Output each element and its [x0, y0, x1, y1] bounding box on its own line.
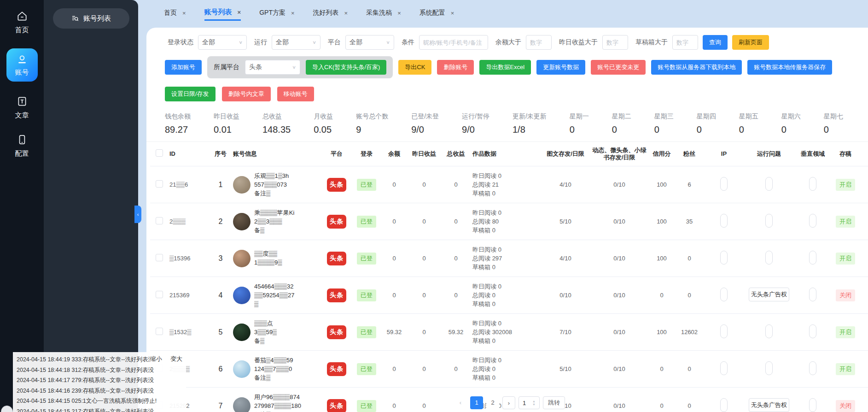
prev-page-button[interactable]: ‹	[454, 396, 467, 409]
tab[interactable]: 洗好列表 ×	[313, 6, 348, 20]
sidebar-item-article[interactable]: 文章	[15, 95, 29, 120]
move-account-button[interactable]: 移动账号	[277, 87, 314, 101]
jump-button[interactable]: 跳转	[543, 396, 565, 409]
ip-box[interactable]	[720, 251, 728, 265]
refresh-page-button[interactable]: 刷新页面	[732, 35, 769, 50]
jump-page-input[interactable]	[519, 400, 532, 406]
balance-cell: 0	[380, 277, 408, 314]
row-checkbox[interactable]	[156, 217, 163, 224]
tab[interactable]: 首页 ×	[164, 6, 186, 20]
log-zoom-out-button[interactable]: 缩小	[150, 354, 162, 365]
works-line2-label: 总阅读	[472, 218, 490, 225]
download-to-local-button[interactable]: 账号数据从服务器下载到本地	[651, 60, 742, 75]
ip-box[interactable]	[720, 177, 728, 191]
changed-not-updated-button[interactable]: 账号已更变未更	[591, 60, 646, 75]
page-button-2[interactable]: 2	[486, 396, 499, 409]
platform-select[interactable]: 全部 ∨	[345, 35, 394, 50]
import-ck-button[interactable]: 导入CK(暂支持头条/百家)	[306, 60, 386, 75]
run-issue-box[interactable]	[765, 251, 773, 265]
tab[interactable]: 账号列表 ×	[204, 5, 241, 21]
works-line2-label: 总阅读	[472, 365, 490, 372]
tab-close-icon[interactable]: ×	[291, 10, 295, 17]
tab[interactable]: 系统配置 ×	[419, 6, 454, 20]
balance-gt-input[interactable]	[526, 35, 552, 50]
login-status-badge: 已登	[357, 289, 376, 301]
row-checkbox[interactable]	[156, 328, 163, 335]
sidebar-item-config[interactable]: 配置	[15, 134, 29, 158]
domain-box[interactable]	[809, 288, 816, 301]
sidebar-item-account[interactable]: 账号	[6, 48, 38, 82]
export-excel-button[interactable]: 导出数据Excel	[479, 60, 531, 75]
stat-value: 0	[739, 124, 758, 135]
works-line3-label: 草稿箱	[472, 264, 490, 271]
total-income-cell: 0	[440, 240, 472, 277]
content-card: 登录状态 全部 ∨ 运行 全部 ∨ 平台 全部 ∨ 条件 余额大于 昨日收益大于…	[146, 28, 868, 412]
tab-close-icon[interactable]: ×	[182, 10, 186, 17]
domain-box[interactable]	[809, 177, 816, 191]
ip-box[interactable]	[720, 214, 728, 228]
tab[interactable]: GPT方案 ×	[259, 6, 294, 20]
domain-box[interactable]	[809, 214, 816, 228]
log-zoom-in-button[interactable]: 变大	[170, 354, 182, 365]
account-number: 3▒▒59▒	[254, 328, 277, 336]
tab-close-icon[interactable]: ×	[451, 10, 454, 17]
tab-close-icon[interactable]: ×	[344, 10, 348, 17]
run-issue-box[interactable]	[765, 324, 773, 338]
run-issue-box[interactable]: 无头条广告权	[749, 398, 789, 412]
domain-box[interactable]	[809, 324, 816, 338]
delete-account-button[interactable]: 删除账号	[437, 60, 474, 75]
works-line2-label: 总阅读	[472, 292, 490, 299]
delete-articles-button[interactable]: 删除号内文章	[222, 87, 271, 101]
add-account-button[interactable]: 添加账号	[165, 60, 202, 75]
page-button-1[interactable]: 1	[470, 396, 483, 409]
stat-value: 0	[781, 124, 801, 135]
domain-box[interactable]	[809, 361, 816, 375]
query-button[interactable]: 查询	[703, 35, 728, 50]
ip-box[interactable]	[720, 398, 728, 412]
condition-label: 条件	[402, 38, 414, 47]
tuwen-limit-cell: 0/10	[540, 277, 591, 314]
stat-item: 账号总个数 9	[356, 112, 388, 135]
run-issue-box[interactable]	[765, 177, 773, 191]
ip-box[interactable]	[720, 361, 728, 375]
tab-close-icon[interactable]: ×	[238, 9, 241, 16]
account-info: 用户96▒▒▒▒874 279987▒▒▒▒180 备注▒	[233, 393, 320, 412]
draft-gt-input[interactable]	[672, 35, 698, 50]
run-issue-box[interactable]: 无头条广告权	[749, 288, 789, 301]
total-income-cell: 59.32	[440, 314, 472, 351]
condition-input[interactable]	[419, 35, 488, 50]
run-select[interactable]: 全部 ∨	[272, 35, 320, 50]
run-issue-box[interactable]	[765, 214, 773, 228]
platform-group-select[interactable]: 头条 ∨	[245, 60, 300, 75]
select-all-checkbox[interactable]	[156, 149, 163, 157]
yesterday-gt-label: 昨日收益大于	[559, 38, 598, 47]
row-checkbox[interactable]	[156, 254, 163, 261]
table-row: 21▒▒6 1 乐观▒▒1▒3h 557▒▒▒073 备注▒ 头条 已登 0	[150, 166, 868, 203]
stepper-arrows[interactable]: ▲▼	[532, 400, 536, 406]
update-account-data-button[interactable]: 更新账号数据	[536, 60, 585, 75]
step-up-icon[interactable]: ▲	[532, 400, 536, 403]
login-status-select[interactable]: 全部 ∨	[198, 35, 247, 50]
tab-close-icon[interactable]: ×	[397, 10, 401, 17]
account-nickname: 乘▒▒▒▒苹果Ki	[254, 209, 294, 217]
tab[interactable]: 采集洗稿 ×	[366, 6, 401, 20]
dongtai-limit-cell: 0/10	[591, 203, 647, 240]
export-ck-button[interactable]: 导出CK	[398, 60, 431, 75]
set-limit-button[interactable]: 设置日限/存发	[165, 87, 216, 101]
ip-box[interactable]	[720, 324, 728, 338]
panel-search[interactable]: 账号列表	[53, 8, 129, 29]
sidebar-collapse-handle[interactable]: ‹	[134, 206, 141, 223]
run-issue-box[interactable]	[765, 361, 773, 375]
header-dongtai: 动态、微头条、小绿书存发/日限	[591, 142, 647, 166]
ip-box[interactable]	[720, 288, 728, 301]
upload-to-server-button[interactable]: 账号数据本地传服务器保存	[747, 60, 832, 75]
yesterday-gt-input[interactable]	[602, 35, 628, 50]
domain-box[interactable]	[809, 398, 816, 412]
row-checkbox[interactable]	[156, 180, 163, 188]
step-down-icon[interactable]: ▼	[532, 403, 536, 406]
row-checkbox[interactable]	[156, 291, 163, 298]
domain-box[interactable]	[809, 251, 816, 265]
works-data-cell: 昨日阅读 0 总阅读 302008 草稿箱 0	[472, 314, 540, 351]
next-page-button[interactable]: ›	[502, 396, 515, 409]
sidebar-item-home[interactable]: 首页	[15, 10, 29, 35]
